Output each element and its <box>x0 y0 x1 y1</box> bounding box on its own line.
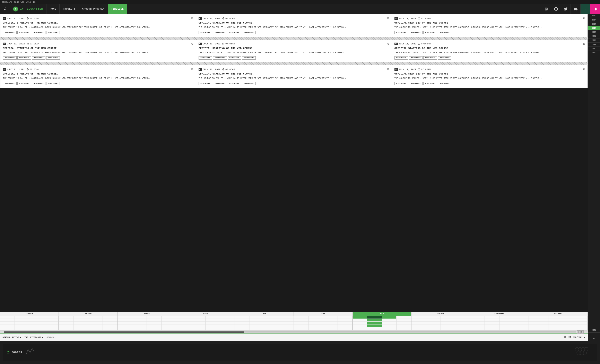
card-ext-link-3[interactable]: ⧉ <box>583 17 585 20</box>
year-scroll-down[interactable]: ▼ <box>588 337 600 341</box>
tag-1-4[interactable]: HYPERCORE <box>46 31 60 34</box>
month-aug[interactable]: AUGUST <box>412 312 470 316</box>
tag-6-2[interactable]: HYPERCORE <box>409 56 422 60</box>
year-2022[interactable]: 2022 <box>588 51 600 55</box>
tag-arrow[interactable]: ▲ <box>42 336 43 338</box>
date-arrow[interactable]: ▲ <box>584 336 585 338</box>
tag-6-3[interactable]: HYPERCORE <box>423 56 437 60</box>
tag-7-2[interactable]: HYPERCORE <box>17 82 31 85</box>
tag-2-2[interactable]: HYPERCORE <box>213 31 227 34</box>
tag-3-1[interactable]: HYPERCORE <box>394 31 408 34</box>
tag-8-4[interactable]: HYPERCORE <box>242 82 256 85</box>
tag-5-2[interactable]: HYPERCORE <box>213 56 227 60</box>
year-2020[interactable]: 2020 <box>588 43 600 47</box>
tc <box>103 316 117 319</box>
tag-3-2[interactable]: HYPERCORE <box>409 31 422 34</box>
year-2023[interactable]: 2023 <box>588 328 600 333</box>
year-2017[interactable]: 2017 <box>588 30 600 34</box>
tag-7-4[interactable]: HYPERCORE <box>46 82 60 85</box>
tag-1-2[interactable]: HYPERCORE <box>17 31 31 34</box>
year-2018[interactable]: 2018 <box>588 34 600 38</box>
tag-9-1[interactable]: HYPERCORE <box>394 82 408 85</box>
month-jun[interactable]: JUNE <box>294 312 353 316</box>
scroll-track[interactable] <box>4 331 576 333</box>
tag-1-1[interactable]: HYPERCORE <box>3 31 17 34</box>
tc <box>426 322 441 325</box>
year-2014[interactable]: 2014 <box>588 18 600 22</box>
tc <box>118 327 132 330</box>
year-2013[interactable]: 2013 <box>588 14 600 18</box>
cards-scroll[interactable]: 01 JULY 11, 2022 07:05AM ⧉ OFFICIAL STAR… <box>0 14 588 312</box>
tw-aug-1 <box>412 316 426 330</box>
nav-timeline[interactable]: TIMELINE <box>108 4 127 14</box>
card-ext-link-7[interactable]: ⧉ <box>191 68 193 71</box>
month-oct[interactable]: OCTOBER <box>529 312 588 316</box>
scroll-right-arrow[interactable]: ▶ <box>580 330 584 334</box>
tag-8-1[interactable]: HYPERCORE <box>198 82 212 85</box>
nav-home[interactable]: HOME <box>47 4 60 14</box>
month-jul[interactable]: JULY <box>353 312 412 316</box>
tag-5-3[interactable]: HYPERCORE <box>228 56 241 60</box>
year-scroll-up[interactable]: ▲ <box>588 333 600 337</box>
month-mar[interactable]: MARCH <box>118 312 176 316</box>
tag-6-1[interactable]: HYPERCORE <box>394 56 408 60</box>
tag-6-4[interactable]: HYPERCORE <box>438 56 451 60</box>
tc <box>294 322 308 325</box>
card-ext-link-6[interactable]: ⧉ <box>583 42 585 46</box>
month-may[interactable]: MAY <box>235 312 294 316</box>
card-ext-link-4[interactable]: ⧉ <box>191 42 193 46</box>
scroll-left-arrow[interactable]: ◀ <box>577 330 580 334</box>
tag-4-4[interactable]: HYPERCORE <box>46 56 60 60</box>
github-icon[interactable] <box>551 4 561 14</box>
tag-2-1[interactable]: HYPERCORE <box>198 31 212 34</box>
nav-growth[interactable]: GROWTH PROGRAM <box>79 4 108 14</box>
terminal-icon[interactable] <box>580 4 590 14</box>
card-ext-link-2[interactable]: ⧉ <box>387 17 389 20</box>
discord-icon[interactable] <box>571 4 580 14</box>
scroll-thumb[interactable] <box>4 331 244 333</box>
nav-projects[interactable]: PROJECTS <box>60 4 79 14</box>
search-icon[interactable] <box>564 336 567 339</box>
year-2016[interactable]: 2016 <box>588 26 600 30</box>
tag-2-3[interactable]: HYPERCORE <box>228 31 241 34</box>
info-button[interactable]: i <box>0 4 10 14</box>
tag-9-4[interactable]: HYPERCORE <box>438 82 451 85</box>
tag-1-3[interactable]: HYPERCORE <box>32 31 46 34</box>
tag-9-2[interactable]: HYPERCORE <box>409 82 422 85</box>
nav-logo[interactable]: D DAT ECOSYSTEM <box>10 4 47 14</box>
year-2019[interactable]: 2019 <box>588 38 600 43</box>
twitter-icon[interactable] <box>561 4 571 14</box>
month-apr[interactable]: APRIL <box>176 312 235 316</box>
tag-5-4[interactable]: HYPERCORE <box>242 56 256 60</box>
year-2021[interactable]: 2021 <box>588 47 600 51</box>
status-search[interactable]: SEARCH... <box>47 336 57 339</box>
card-ext-link-8[interactable]: ⧉ <box>387 68 389 71</box>
tag-3-3[interactable]: HYPERCORE <box>423 31 437 34</box>
tag-7-3[interactable]: HYPERCORE <box>32 82 46 85</box>
tag-2-4[interactable]: HYPERCORE <box>242 31 256 34</box>
tag-4-2[interactable]: HYPERCORE <box>17 56 31 60</box>
card-ext-link-5[interactable]: ⧉ <box>387 42 389 46</box>
grid-icon[interactable] <box>568 336 571 339</box>
search-placeholder[interactable]: SEARCH... <box>47 336 57 339</box>
tc <box>74 319 88 322</box>
status-arrow[interactable]: ▲ <box>20 336 21 338</box>
month-jan[interactable]: JANUARY <box>0 312 59 316</box>
tag-5-1[interactable]: HYPERCORE <box>198 56 212 60</box>
tc <box>132 327 147 330</box>
tag-9-3[interactable]: HYPERCORE <box>423 82 437 85</box>
tag-7-1[interactable]: HYPERCORE <box>3 82 17 85</box>
theme-icon[interactable] <box>590 4 600 14</box>
timeline-scrollbar[interactable]: ◀ ▶ <box>0 330 588 334</box>
tag-4-3[interactable]: HYPERCORE <box>32 56 46 60</box>
tag-8-3[interactable]: HYPERCORE <box>228 82 241 85</box>
tag-3-4[interactable]: HYPERCORE <box>438 31 451 34</box>
month-feb[interactable]: FEBRUARY <box>59 312 118 316</box>
tag-8-2[interactable]: HYPERCORE <box>213 82 227 85</box>
month-sep[interactable]: SEPTEMBER <box>470 312 529 316</box>
year-2015[interactable]: 2015 <box>588 22 600 26</box>
card-ext-link-9[interactable]: ⧉ <box>583 68 585 71</box>
blog-icon[interactable] <box>541 4 551 14</box>
tag-4-1[interactable]: HYPERCORE <box>3 56 17 60</box>
card-ext-link-1[interactable]: ⧉ <box>191 17 193 20</box>
